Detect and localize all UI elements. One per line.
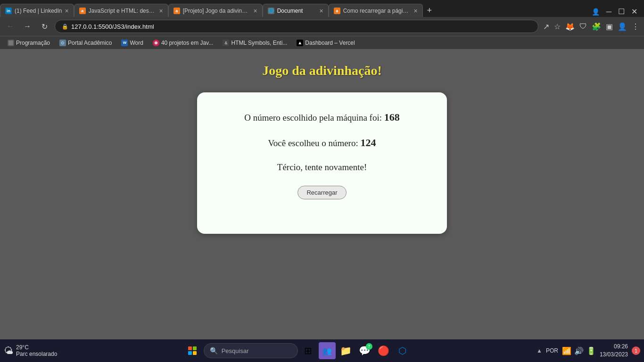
close-button[interactable]: ✕: [629, 6, 639, 17]
url-host: 127.0.0.1:5500/JS3/index.html: [71, 23, 154, 30]
window-controls: 👤 ─ ☐ ✕: [590, 6, 644, 17]
wifi-icon[interactable]: 📶: [562, 346, 571, 355]
shield-icon[interactable]: 🛡: [578, 21, 588, 32]
bookmark-portal-label: Portal Acadêmico: [68, 40, 112, 46]
bookmark-html[interactable]: & HTML Symbols, Enti...: [219, 39, 291, 47]
share-icon[interactable]: ↗: [542, 21, 550, 32]
taskbar-left: 🌤 29°C Parc ensolarado: [4, 344, 57, 357]
chrome-icon[interactable]: 🔴: [375, 342, 392, 359]
tab-4-icon: 🌐: [268, 8, 274, 14]
bookmark-vercel[interactable]: ▲ Dashboard – Vercel: [293, 39, 358, 47]
bookmarks-bar: Programação ⊙ Portal Acadêmico W Word ⊛ …: [0, 36, 644, 49]
minimize-button[interactable]: ─: [604, 7, 613, 17]
tab-5-icon: a: [334, 8, 340, 14]
system-tray: 📶 🔊 🔋: [562, 346, 596, 355]
file-explorer-icon[interactable]: 📁: [338, 342, 355, 359]
vscode-icon[interactable]: ⬡: [394, 342, 411, 359]
battery-icon[interactable]: 🔋: [586, 346, 596, 355]
tab-5-label: Como recarregar a página co...: [343, 8, 411, 14]
back-button[interactable]: ←: [4, 20, 17, 33]
address-bar[interactable]: 🔒 127.0.0.1:5500/JS3/index.html: [55, 20, 538, 33]
weather-temp: 29°C: [16, 344, 57, 351]
language-indicator: POR: [546, 347, 558, 354]
tab-1[interactable]: in (1) Feed | LinkedIn ×: [0, 4, 74, 17]
tab-5-close[interactable]: ×: [414, 7, 418, 15]
tab-2-icon: a: [79, 8, 86, 14]
weather-icon: 🌤: [4, 346, 13, 356]
extensions-icon[interactable]: 🧩: [591, 21, 602, 32]
whatsapp-icon[interactable]: 💬 7: [356, 342, 373, 359]
lock-icon: 🔒: [62, 24, 68, 30]
machine-number: 168: [384, 111, 400, 123]
machine-label: O número escolhido pela máquina foi:: [244, 113, 382, 123]
page-title: Jogo da adivinhação!: [262, 63, 382, 78]
weather-widget: 🌤 29°C Parc ensolarado: [4, 344, 57, 357]
date-display: 13/03/2023: [600, 351, 628, 359]
sidebar-icon[interactable]: ▣: [605, 21, 614, 32]
tab-1-icon: in: [5, 8, 12, 14]
up-arrow-icon[interactable]: ▲: [537, 347, 542, 354]
tab-2-close[interactable]: ×: [159, 7, 163, 15]
bookmark-programacao-label: Programação: [16, 40, 50, 46]
tab-4[interactable]: 🌐 Document ×: [263, 4, 329, 17]
profile-avatar[interactable]: 👤: [617, 21, 628, 32]
bookmark-html-label: HTML Symbols, Enti...: [231, 40, 287, 46]
tab-3-close[interactable]: ×: [254, 7, 257, 15]
taskbar-center: 🔍 Pesquisar ⊞ 👥 📁 💬 7 🔴 ⬡: [59, 341, 535, 360]
tab-bar: in (1) Feed | LinkedIn × a JavaScript e …: [0, 0, 644, 17]
windows-start-button[interactable]: [183, 341, 202, 360]
svg-rect-1: [8, 41, 13, 45]
user-label: Você escolheu o número:: [268, 138, 358, 148]
tab-1-close[interactable]: ×: [65, 7, 69, 15]
bookmark-word[interactable]: W Word: [117, 39, 147, 47]
windows-logo: [188, 346, 197, 355]
tab-1-label: (1) Feed | LinkedIn: [15, 8, 62, 14]
bookmark-word-label: Word: [130, 40, 143, 46]
result-message: Tércio, tente novamente!: [277, 162, 367, 173]
new-tab-button[interactable]: +: [423, 4, 436, 17]
time-display: 09:26: [600, 343, 628, 351]
reload-button[interactable]: Recarregar: [297, 186, 346, 199]
maximize-button[interactable]: ☐: [616, 6, 627, 17]
weather-desc: Parc ensolarado: [16, 351, 57, 357]
whatsapp-badge: 7: [366, 343, 372, 350]
search-placeholder: Pesquisar: [222, 347, 249, 354]
tab-4-label: Document: [277, 8, 317, 14]
menu-icon[interactable]: ⋮: [631, 21, 640, 32]
clock[interactable]: 09:26 13/03/2023: [600, 343, 628, 359]
tab-3[interactable]: a [Projeto] Jogo da adivinhação... ×: [168, 4, 263, 17]
notification-badge[interactable]: 1: [632, 346, 640, 355]
tab-5[interactable]: a Como recarregar a página co... ×: [329, 4, 423, 17]
search-icon: 🔍: [210, 347, 218, 354]
page-content: Jogo da adivinhação! O número escolhido …: [0, 49, 644, 339]
volume-icon[interactable]: 🔊: [574, 346, 584, 355]
tab-3-icon: a: [173, 8, 180, 14]
bookmark-star-icon[interactable]: ☆: [553, 21, 561, 32]
taskbar: 🌤 29°C Parc ensolarado 🔍 Pesquisar ⊞ 👥 📁…: [0, 339, 644, 362]
user-number-line: Você escolheu o número: 124: [268, 137, 376, 149]
address-bar-row: ← → ↻ 🔒 127.0.0.1:5500/JS3/index.html ↗ …: [0, 17, 644, 36]
browser-chrome: in (1) Feed | LinkedIn × a JavaScript e …: [0, 0, 644, 49]
bookmark-40proj[interactable]: ⊛ 40 projetos em Jav...: [149, 39, 217, 47]
game-card: O número escolhido pela máquina foi: 168…: [197, 92, 447, 234]
task-view-button[interactable]: ⊞: [300, 342, 317, 359]
machine-number-line: O número escolhido pela máquina foi: 168: [244, 111, 400, 123]
forward-button[interactable]: →: [21, 20, 34, 33]
tab-2-label: JavaScript e HTML: desenvol...: [89, 8, 157, 14]
taskbar-right: ▲ POR 📶 🔊 🔋 09:26 13/03/2023 1: [537, 343, 640, 359]
user-number: 124: [360, 137, 376, 148]
notification-count: 1: [635, 348, 637, 354]
url-display: 127.0.0.1:5500/JS3/index.html: [71, 23, 531, 30]
bookmark-programacao[interactable]: Programação: [4, 39, 54, 47]
tab-3-label: [Projeto] Jogo da adivinhação...: [183, 8, 251, 14]
taskbar-search[interactable]: 🔍 Pesquisar: [204, 343, 298, 358]
toolbar-icons: ↗ ☆ 🦊 🛡 🧩 ▣ 👤 ⋮: [542, 21, 640, 32]
refresh-button[interactable]: ↻: [38, 20, 51, 33]
bookmark-portal[interactable]: ⊙ Portal Acadêmico: [56, 39, 116, 47]
profile-icon[interactable]: 👤: [590, 7, 602, 16]
tab-2[interactable]: a JavaScript e HTML: desenvol... ×: [74, 4, 168, 17]
fox-icon[interactable]: 🦊: [564, 21, 576, 32]
tab-4-close[interactable]: ×: [320, 7, 323, 15]
teams-icon[interactable]: 👥: [319, 342, 336, 359]
bookmark-vercel-label: Dashboard – Vercel: [305, 40, 355, 46]
